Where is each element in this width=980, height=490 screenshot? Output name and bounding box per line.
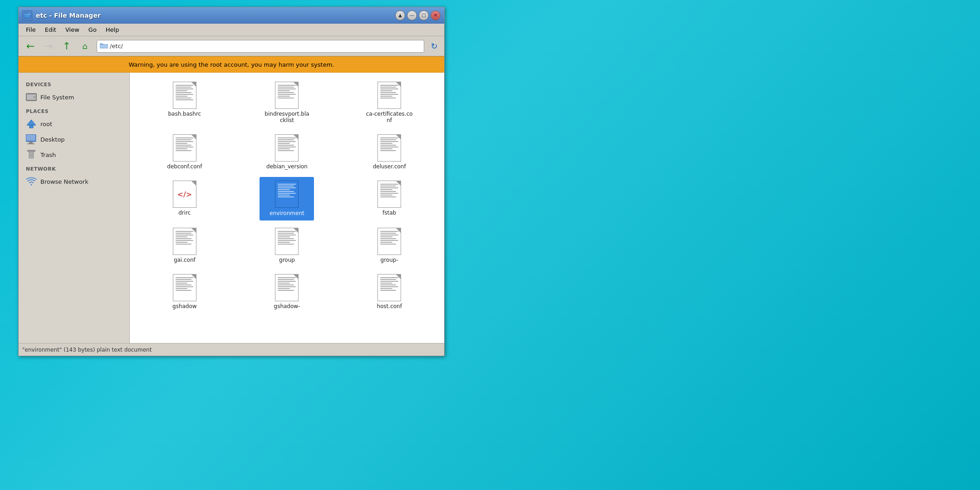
file-manager-window: etc - File Manager ▲ — □ ✕ File Edit Vie… bbox=[18, 7, 445, 356]
file-icon-drirc: </> bbox=[173, 181, 196, 208]
file-label-fstab: fstab bbox=[382, 210, 396, 216]
file-item-gai[interactable]: gai.conf bbox=[157, 224, 212, 267]
sidebar-item-filesystem[interactable]: File System bbox=[19, 89, 129, 105]
file-item-debconf[interactable]: debconf.conf bbox=[157, 131, 212, 173]
location-bar: /etc/ bbox=[97, 40, 424, 53]
sidebar-item-root[interactable]: root bbox=[19, 116, 129, 132]
maximize-up-button[interactable]: ▲ bbox=[395, 10, 405, 20]
file-icon-debconf bbox=[173, 134, 196, 162]
window-icon bbox=[22, 10, 32, 20]
file-icon-gai bbox=[173, 228, 196, 255]
menu-view[interactable]: View bbox=[62, 25, 83, 34]
sidebar-item-desktop[interactable]: Desktop bbox=[19, 132, 129, 147]
file-icon-bash-bashrc bbox=[173, 82, 196, 109]
svg-rect-2 bbox=[25, 13, 27, 14]
svg-rect-11 bbox=[26, 135, 35, 141]
file-icon-ca-certificates bbox=[377, 82, 401, 109]
title-bar-left: etc - File Manager bbox=[22, 10, 101, 20]
filesystem-label: File System bbox=[40, 94, 74, 101]
up-button[interactable]: ↑ bbox=[59, 39, 75, 54]
file-item-deluser[interactable]: deluser.conf bbox=[362, 131, 416, 173]
file-item-group[interactable]: group bbox=[260, 224, 314, 267]
maximize-button[interactable]: □ bbox=[419, 10, 429, 20]
svg-rect-12 bbox=[29, 142, 33, 143]
places-label: PLACES bbox=[19, 105, 129, 116]
file-label-ca-certificates: ca-certificates.conf bbox=[366, 111, 413, 123]
file-item-host-conf[interactable]: host.conf bbox=[362, 270, 416, 313]
file-label-debconf: debconf.conf bbox=[167, 163, 202, 170]
file-item-gshadow-minus[interactable]: gshadow- bbox=[260, 270, 314, 313]
file-label-debian-version: debian_version bbox=[266, 163, 308, 170]
file-item-environment[interactable]: environment bbox=[260, 177, 314, 220]
svg-rect-9 bbox=[29, 125, 33, 128]
file-icon-debian-version bbox=[275, 134, 299, 162]
desktop-icon bbox=[26, 134, 37, 145]
file-label-bindresvport: bindresvport.blacklist bbox=[263, 111, 310, 123]
file-label-gshadow: gshadow bbox=[172, 303, 197, 309]
desktop-label: Desktop bbox=[40, 136, 65, 143]
file-grid-wrapper[interactable]: bash.bashrc bindresvport.blacklist bbox=[130, 73, 444, 343]
sidebar-item-network[interactable]: Browse Network bbox=[19, 174, 129, 189]
menu-go[interactable]: Go bbox=[85, 25, 100, 34]
file-icon-gshadow bbox=[173, 274, 196, 301]
menu-edit[interactable]: Edit bbox=[41, 25, 60, 34]
menu-help[interactable]: Help bbox=[102, 25, 123, 34]
file-item-ca-certificates[interactable]: ca-certificates.conf bbox=[362, 78, 416, 127]
file-label-bash-bashrc: bash.bashrc bbox=[168, 111, 201, 117]
file-item-fstab[interactable]: fstab bbox=[362, 177, 416, 220]
file-item-group-minus[interactable]: group- bbox=[362, 224, 416, 267]
title-bar: etc - File Manager ▲ — □ ✕ bbox=[19, 7, 444, 24]
file-item-debian-version[interactable]: debian_version bbox=[260, 131, 314, 173]
file-icon-group bbox=[275, 228, 299, 255]
devices-label: DEVICES bbox=[19, 78, 129, 89]
file-item-gshadow[interactable]: gshadow bbox=[157, 270, 212, 313]
file-label-gshadow-minus: gshadow- bbox=[274, 303, 300, 309]
trash-icon bbox=[26, 149, 37, 160]
file-icon-host-conf bbox=[377, 274, 401, 301]
minimize-button[interactable]: — bbox=[407, 10, 417, 20]
file-label-group: group bbox=[279, 257, 295, 263]
root-label: root bbox=[40, 121, 52, 127]
sidebar-item-trash[interactable]: Trash bbox=[19, 147, 129, 162]
file-label-gai: gai.conf bbox=[174, 257, 196, 263]
refresh-button[interactable]: ↻ bbox=[428, 40, 441, 53]
file-icon-fstab bbox=[377, 181, 401, 208]
home-button[interactable]: ⌂ bbox=[77, 39, 93, 54]
network-label: NETWORK bbox=[19, 162, 129, 174]
file-item-drirc[interactable]: </> drirc bbox=[157, 177, 212, 220]
file-icon-group-minus bbox=[377, 228, 401, 255]
svg-point-20 bbox=[31, 184, 32, 186]
file-label-host-conf: host.conf bbox=[377, 303, 402, 309]
content-area: DEVICES File System PLACES bbox=[19, 73, 444, 343]
menu-file[interactable]: File bbox=[22, 25, 39, 34]
back-button[interactable]: ← bbox=[22, 39, 39, 54]
toolbar: ← → ↑ ⌂ /etc/ ↻ bbox=[19, 36, 444, 56]
file-label-deluser: deluser.conf bbox=[373, 163, 406, 170]
location-path[interactable]: /etc/ bbox=[110, 43, 123, 49]
file-icon-environment bbox=[275, 181, 299, 208]
file-item-bindresvport[interactable]: bindresvport.blacklist bbox=[260, 78, 314, 127]
window-title: etc - File Manager bbox=[36, 12, 101, 19]
filesystem-icon bbox=[26, 92, 37, 103]
file-icon-gshadow-minus bbox=[275, 274, 299, 301]
svg-point-7 bbox=[34, 97, 35, 98]
close-button[interactable]: ✕ bbox=[431, 10, 441, 20]
file-label-environment: environment bbox=[268, 210, 306, 217]
network-icon bbox=[26, 176, 37, 187]
file-icon-bindresvport bbox=[275, 82, 299, 109]
file-item-bash-bashrc[interactable]: bash.bashrc bbox=[157, 78, 212, 127]
svg-rect-13 bbox=[27, 143, 34, 144]
svg-rect-19 bbox=[27, 150, 35, 152]
title-buttons: ▲ — □ ✕ bbox=[395, 10, 441, 20]
network-label-text: Browse Network bbox=[40, 178, 88, 185]
forward-button[interactable]: → bbox=[40, 39, 57, 54]
menu-bar: File Edit View Go Help bbox=[19, 24, 444, 36]
trash-label: Trash bbox=[40, 152, 56, 158]
file-grid: bash.bashrc bindresvport.blacklist bbox=[135, 78, 439, 313]
status-bar: "environment" (143 bytes) plain text doc… bbox=[19, 343, 444, 356]
warning-banner: Warning, you are using the root account,… bbox=[19, 56, 444, 73]
file-label-drirc: drirc bbox=[178, 210, 191, 216]
svg-rect-3 bbox=[100, 44, 108, 48]
file-label-group-minus: group- bbox=[381, 257, 398, 263]
svg-marker-8 bbox=[27, 120, 36, 125]
